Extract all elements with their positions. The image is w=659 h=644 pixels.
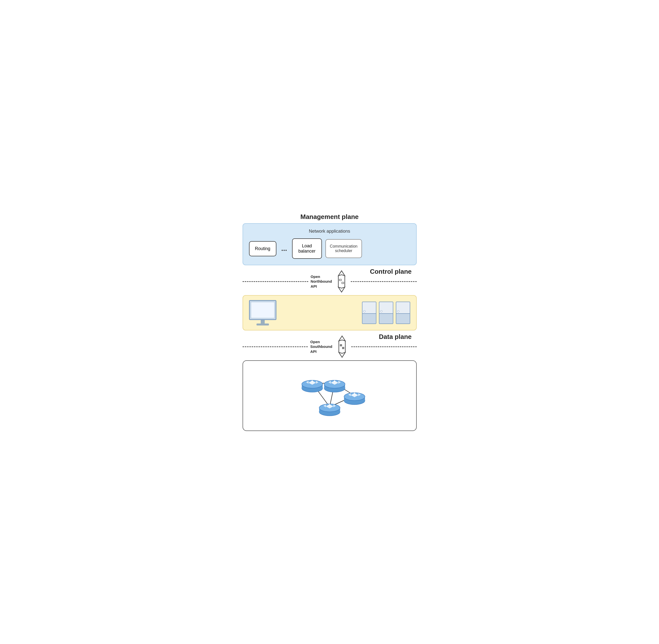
northbound-api-center: OpenNorthboundAPI — [308, 270, 351, 293]
architecture-diagram: Management plane Network applications Ro… — [242, 213, 417, 431]
ellipsis: ... — [280, 245, 288, 253]
northbound-api-label: OpenNorthboundAPI — [311, 274, 332, 289]
control-plane-box — [242, 295, 417, 330]
routing-box: Routing — [249, 241, 276, 256]
management-plane-box: Network applications Routing ... Loadbal… — [242, 223, 417, 265]
server-2 — [379, 302, 393, 324]
server-2-dot — [380, 310, 382, 312]
comm-scheduler-box: Communicationscheduler — [325, 239, 362, 258]
svg-rect-4 — [339, 279, 341, 281]
management-plane-title: Management plane — [300, 213, 358, 221]
router-network-svg — [287, 368, 372, 423]
server-3 — [396, 302, 410, 324]
apps-row: Routing ... Loadbalancer Communicationsc… — [249, 238, 410, 259]
svg-rect-10 — [340, 344, 342, 346]
server-2-bottom — [379, 314, 393, 323]
data-plane-title: Data plane — [379, 333, 412, 341]
servers-group — [362, 302, 410, 324]
northbound-api-row: OpenNorthboundAPI Control plane — [242, 270, 417, 293]
data-plane-box — [242, 360, 417, 431]
svg-marker-1 — [338, 287, 345, 292]
monitor-inner — [251, 302, 274, 318]
southbound-api-row: OpenSouthboundAPI Data plane — [242, 336, 417, 358]
server-1 — [362, 302, 376, 324]
svg-marker-0 — [338, 271, 345, 276]
svg-rect-5 — [342, 282, 344, 284]
dashed-line-right-south — [351, 346, 417, 347]
southbound-api-center: OpenSouthboundAPI — [308, 336, 351, 358]
svg-marker-7 — [339, 352, 345, 357]
network-apps-label: Network applications — [249, 229, 410, 234]
svg-rect-11 — [342, 347, 344, 349]
monitor-neck — [261, 320, 265, 323]
dashed-line-right-north — [351, 281, 417, 282]
monitor-screen — [249, 300, 276, 320]
server-3-bottom — [396, 314, 410, 323]
northbound-arrow — [335, 270, 348, 293]
monitor-icon — [249, 300, 276, 325]
svg-marker-6 — [339, 336, 345, 341]
server-3-dot — [397, 310, 399, 312]
server-1-dot — [363, 310, 366, 312]
control-plane-title: Control plane — [370, 268, 412, 275]
southbound-arrow — [335, 336, 349, 358]
server-2-top — [379, 302, 393, 314]
server-1-bottom — [362, 314, 376, 323]
southbound-api-label: OpenSouthboundAPI — [310, 339, 332, 354]
server-3-top — [396, 302, 410, 314]
server-1-top — [362, 302, 376, 314]
monitor-base — [257, 323, 269, 325]
load-balancer-box: Loadbalancer — [292, 238, 322, 259]
dashed-line-left-south — [242, 346, 308, 347]
dashed-line-left-north — [242, 281, 308, 282]
